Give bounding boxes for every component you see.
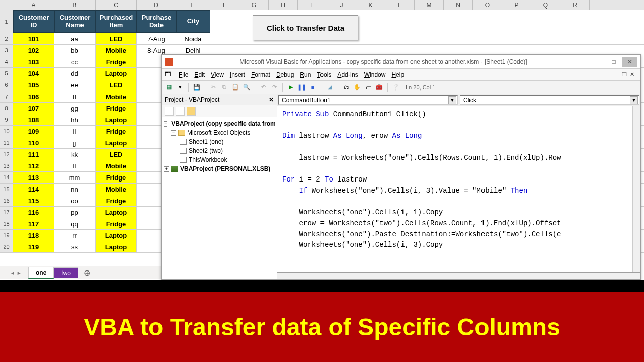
cut-icon[interactable]: ✂ xyxy=(209,83,218,92)
cell-customer-name[interactable]: rr xyxy=(54,230,96,241)
col-header-R[interactable]: R xyxy=(560,0,590,10)
cell-customer-id[interactable]: 115 xyxy=(13,195,54,206)
row-number[interactable]: 8 xyxy=(0,103,13,114)
menu-window[interactable]: Window xyxy=(361,70,389,79)
close-button[interactable]: ✕ xyxy=(622,57,637,67)
col-header-E[interactable]: E xyxy=(176,0,210,10)
row-number[interactable]: 5 xyxy=(0,68,13,79)
cell-customer-id[interactable]: 103 xyxy=(13,56,54,67)
object-browser-icon[interactable]: 🗃 xyxy=(364,83,373,92)
row-number[interactable]: 16 xyxy=(0,195,13,206)
menu-debug[interactable]: Debug xyxy=(273,70,297,79)
cell-customer-name[interactable]: hh xyxy=(54,114,96,125)
sheet-tab-one[interactable]: one xyxy=(28,267,54,279)
cell-purchased-item[interactable]: Fridge xyxy=(96,172,137,183)
col-header-G[interactable]: G xyxy=(239,0,269,10)
col-header-J[interactable]: J xyxy=(327,0,356,10)
save-icon[interactable]: 💾 xyxy=(192,83,201,92)
cell-city[interactable]: Noida xyxy=(176,33,210,44)
cell-customer-id[interactable]: 111 xyxy=(13,149,54,160)
col-header-D[interactable]: D xyxy=(137,0,176,10)
row-number[interactable]: 17 xyxy=(0,207,13,218)
header-customer-id[interactable]: Customer ID xyxy=(13,10,54,33)
cell-customer-name[interactable]: dd xyxy=(54,68,96,79)
cell-customer-name[interactable]: aa xyxy=(54,33,96,44)
header-purchase-date[interactable]: Purchase Date xyxy=(137,10,176,33)
row-number[interactable]: 15 xyxy=(0,184,13,195)
sheet-tab-two[interactable]: two xyxy=(54,267,78,278)
mdi-restore-button[interactable]: ❐ xyxy=(622,71,627,78)
cell-customer-name[interactable]: ff xyxy=(54,91,96,102)
menu-tools[interactable]: Tools xyxy=(314,70,334,79)
redo-icon[interactable]: ↷ xyxy=(270,83,279,92)
cell-purchased-item[interactable]: Laptop xyxy=(96,68,137,79)
col-header-H[interactable]: H xyxy=(269,0,298,10)
cell-purchased-item[interactable]: Mobile xyxy=(96,184,137,195)
properties-icon[interactable]: ✋ xyxy=(353,83,362,92)
row-number[interactable]: 9 xyxy=(0,114,13,125)
full-module-view-icon[interactable] xyxy=(285,273,293,280)
toolbox-icon[interactable]: 🧰 xyxy=(375,83,384,92)
cell-customer-id[interactable]: 119 xyxy=(13,241,54,252)
cell-purchase-date[interactable]: 7-Aug xyxy=(137,33,176,44)
design-mode-icon[interactable]: ◢ xyxy=(325,83,334,92)
cell-purchased-item[interactable]: Fridge xyxy=(96,103,137,114)
code-editor[interactable]: Private Sub CommandButton1_Click() Dim l… xyxy=(277,106,640,272)
cell-customer-id[interactable]: 106 xyxy=(13,91,54,102)
cell-customer-name[interactable]: mm xyxy=(54,172,96,183)
break-icon[interactable]: ❚❚ xyxy=(297,83,306,92)
reset-icon[interactable]: ■ xyxy=(308,83,317,92)
tree-thisworkbook[interactable]: ThisWorkbook xyxy=(164,155,275,164)
mdi-close-button[interactable]: ✕ xyxy=(630,71,634,78)
cell-purchased-item[interactable]: Laptop xyxy=(96,114,137,125)
add-sheet-button[interactable]: ⊕ xyxy=(78,268,95,278)
project-explorer-icon[interactable]: 🗂 xyxy=(342,83,351,92)
maximize-button[interactable]: □ xyxy=(606,57,621,67)
vbe-system-icon[interactable]: 🗔 xyxy=(165,71,173,79)
col-header-A[interactable]: A xyxy=(13,0,54,10)
row-number[interactable]: 18 xyxy=(0,218,13,229)
tree-project-personal[interactable]: +VBAProject (PERSONAL.XLSB) xyxy=(164,164,275,173)
col-header-F[interactable]: F xyxy=(210,0,239,10)
cell-purchased-item[interactable]: Mobile xyxy=(96,45,137,56)
cell-purchased-item[interactable]: Mobile xyxy=(96,160,137,171)
undo-icon[interactable]: ↶ xyxy=(259,83,268,92)
cell-customer-id[interactable]: 107 xyxy=(13,103,54,114)
menu-view[interactable]: View xyxy=(208,70,227,79)
cell-purchased-item[interactable]: Laptop xyxy=(96,241,137,252)
cell-purchased-item[interactable]: LED xyxy=(96,33,137,44)
menu-add-ins[interactable]: Add-Ins xyxy=(334,70,361,79)
row-number[interactable]: 14 xyxy=(0,172,13,183)
insert-module-icon[interactable]: ▾ xyxy=(176,83,185,92)
cell-purchased-item[interactable]: Fridge xyxy=(96,218,137,229)
col-header-M[interactable]: M xyxy=(415,0,444,10)
view-object-icon[interactable] xyxy=(176,107,185,116)
row-number[interactable]: 10 xyxy=(0,126,13,137)
cell-customer-id[interactable]: 101 xyxy=(13,33,54,44)
tree-folder-excel-objects[interactable]: −Microsoft Excel Objects xyxy=(164,128,275,137)
cell-customer-id[interactable]: 108 xyxy=(13,114,54,125)
cell-purchased-item[interactable]: Fridge xyxy=(96,195,137,206)
row-number[interactable]: 3 xyxy=(0,45,13,56)
procedure-dropdown[interactable]: Click▼ xyxy=(460,95,639,105)
col-header-P[interactable]: P xyxy=(502,0,531,10)
row-number[interactable]: 11 xyxy=(0,137,13,148)
vbe-titlebar[interactable]: Microsoft Visual Basic for Applications … xyxy=(162,55,640,69)
col-header-N[interactable]: N xyxy=(444,0,473,10)
row-number[interactable]: 20 xyxy=(0,241,13,252)
menu-run[interactable]: Run xyxy=(297,70,314,79)
view-excel-icon[interactable]: ▦ xyxy=(165,83,174,92)
header-purchased-item[interactable]: Purchased Item xyxy=(96,10,137,33)
project-explorer-close-icon[interactable]: ✕ xyxy=(269,96,274,103)
row-number[interactable]: 6 xyxy=(0,79,13,90)
cell-customer-name[interactable]: gg xyxy=(54,103,96,114)
sheet-nav-arrows[interactable]: ◄ ► xyxy=(10,270,28,276)
row-number[interactable]: 13 xyxy=(0,160,13,171)
col-header-C[interactable]: C xyxy=(96,0,137,10)
cell-customer-id[interactable]: 110 xyxy=(13,137,54,148)
col-header-B[interactable]: B xyxy=(54,0,96,10)
cell-customer-id[interactable]: 112 xyxy=(13,160,54,171)
menu-file[interactable]: File xyxy=(176,70,191,79)
cell-customer-name[interactable]: ll xyxy=(54,160,96,171)
procedure-view-icon[interactable] xyxy=(277,273,285,280)
